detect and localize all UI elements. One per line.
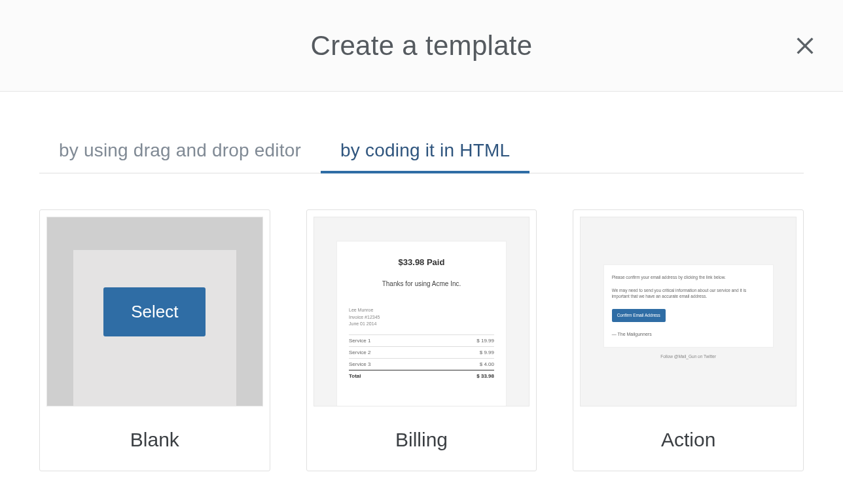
billing-row: Service 2 $ 9.99 [349,346,494,358]
billing-preview-doc: $33.98 Paid Thanks for using Acme Inc. L… [336,241,507,406]
billing-row-value: $ 19.99 [476,338,494,344]
action-preview-doc: Please confirm your email address by cli… [603,264,774,348]
modal-content: by using drag and drop editor by coding … [0,92,843,471]
modal-header: Create a template [0,0,843,92]
billing-info: Lee Munroe Invoice #12345 June 01 2014 [349,307,494,328]
select-button[interactable]: Select [103,287,206,336]
action-signature: — The Mailgunners [612,331,765,338]
action-preview-wrapper: Please confirm your email address by cli… [603,264,774,359]
billing-row: Service 1 $ 19.99 [349,334,494,346]
template-title-action: Action [573,413,803,471]
close-icon [794,35,816,57]
template-preview-billing: $33.98 Paid Thanks for using Acme Inc. L… [314,217,530,406]
billing-customer: Lee Munroe [349,307,494,314]
billing-row: Service 3 $ 4.00 [349,358,494,370]
template-cards: Select Blank $33.98 Paid Thanks for usin… [39,209,804,471]
billing-total-label: Total [349,373,361,379]
template-preview-blank: Select [46,217,263,406]
tab-drag-drop[interactable]: by using drag and drop editor [39,131,321,173]
billing-row-value: $ 9.99 [480,350,494,355]
template-title-blank: Blank [40,413,270,471]
billing-thanks: Thanks for using Acme Inc. [349,280,494,287]
billing-row-label: Service 1 [349,338,370,344]
template-card-action[interactable]: Please confirm your email address by cli… [573,209,804,471]
action-line1: Please confirm your email address by cli… [612,274,765,281]
action-footer: Follow @Mail_Gun on Twitter [660,354,716,359]
template-preview-action: Please confirm your email address by cli… [580,217,797,406]
billing-row-label: Service 3 [349,361,370,367]
billing-amount: $33.98 Paid [349,257,494,267]
template-title-billing: Billing [307,413,537,471]
modal-title: Create a template [311,30,533,62]
close-button[interactable] [792,33,818,59]
billing-total-row: Total $ 33.98 [349,370,494,382]
billing-row-label: Service 2 [349,350,370,355]
action-confirm-button: Confirm Email Address [612,309,666,322]
billing-invoice-no: Invoice #12345 [349,314,494,321]
action-line2: We may need to send you critical informa… [612,287,765,300]
template-card-blank[interactable]: Select Blank [39,209,270,471]
billing-row-value: $ 4.00 [480,361,494,367]
billing-date: June 01 2014 [349,321,494,328]
billing-total-value: $ 33.98 [476,373,494,379]
tab-html[interactable]: by coding it in HTML [321,131,529,173]
template-card-billing[interactable]: $33.98 Paid Thanks for using Acme Inc. L… [306,209,537,471]
tabs: by using drag and drop editor by coding … [39,131,804,173]
